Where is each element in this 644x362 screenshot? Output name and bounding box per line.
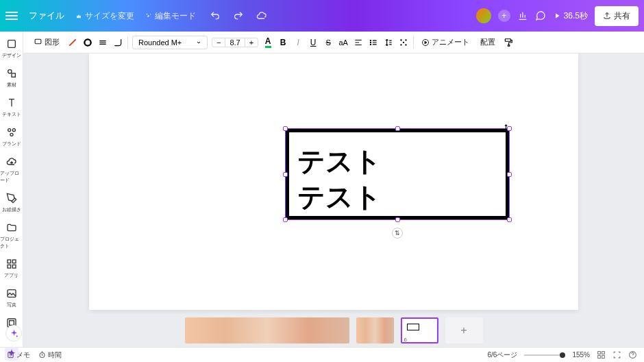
redo-icon[interactable] (233, 10, 244, 21)
sidebar-item-label: アプリ (4, 272, 18, 279)
ai-fab-button[interactable] (5, 325, 22, 341)
share-button[interactable]: 共有 (595, 6, 639, 26)
play-time-label: 36.5秒 (564, 10, 588, 22)
duration-button[interactable]: 時間 (38, 350, 62, 360)
sidebar-item-photos[interactable]: 写真 (6, 288, 17, 309)
border-weight-button[interactable] (82, 37, 93, 48)
svg-point-15 (371, 40, 371, 40)
font-selector[interactable]: Rounded M+ (132, 36, 208, 49)
text-color-button[interactable]: A (262, 37, 273, 48)
thumbnail[interactable] (356, 317, 394, 343)
help-icon[interactable] (628, 350, 637, 359)
border-style-button[interactable] (97, 37, 108, 48)
svg-point-5 (10, 133, 13, 136)
sidebar-item-draw[interactable]: お絵描き (2, 193, 21, 213)
selected-element[interactable]: テスト テスト ⇅ (286, 129, 509, 219)
text-icon (6, 97, 17, 108)
chart-icon[interactable] (517, 10, 528, 21)
corner-button[interactable] (112, 37, 123, 48)
rectangle-shape[interactable]: テスト テスト (286, 129, 509, 219)
case-button[interactable]: aA (338, 37, 349, 48)
svg-rect-2 (12, 73, 15, 77)
italic-button[interactable]: I (293, 37, 304, 48)
svg-point-3 (8, 129, 10, 132)
pen-color-button[interactable] (67, 37, 78, 48)
thumbnail-page-number: 6 (404, 337, 407, 343)
comment-icon[interactable] (535, 10, 546, 21)
text-line: テスト (297, 143, 497, 179)
sidebar-item-brand[interactable]: ブランド (2, 127, 21, 147)
thumbnail-active[interactable]: 6 (401, 317, 438, 343)
sidebar-item-label: ブランド (2, 141, 21, 147)
strike-button[interactable]: S (323, 37, 334, 48)
cloud-icon[interactable] (256, 10, 267, 21)
resize-handle-t[interactable] (395, 126, 400, 131)
workspace: 図形 Rounded M+ − 8.7 + A B I U S aA (23, 32, 644, 347)
shape-label: 図形 (45, 37, 60, 47)
zoom-value[interactable]: 155% (572, 351, 590, 359)
copy-style-button[interactable] (503, 37, 514, 48)
editmode-menu[interactable]: 編集モード (145, 10, 196, 22)
present-button[interactable]: 36.5秒 (553, 10, 588, 22)
topbar-center (196, 10, 476, 21)
list-button[interactable] (368, 37, 379, 48)
design-icon (6, 38, 17, 49)
grid-view-icon[interactable] (597, 350, 606, 359)
resize-handle-l[interactable] (283, 172, 288, 177)
sidebar-item-upload[interactable]: アップロード (0, 156, 23, 184)
resize-handle-bl[interactable] (283, 217, 288, 222)
bottombar-left: メモ 時間 (7, 350, 62, 360)
underline-button[interactable]: U (308, 37, 319, 48)
spacing-button[interactable] (383, 37, 394, 48)
avatar[interactable] (476, 8, 491, 23)
zoom-slider[interactable] (524, 354, 565, 356)
svg-point-20 (401, 44, 401, 45)
shape-text[interactable]: テスト テスト (289, 132, 506, 226)
canvas[interactable]: テスト テスト ⇅ (23, 53, 644, 314)
add-member-button[interactable]: + (498, 10, 510, 22)
size-decrease-button[interactable]: − (212, 38, 225, 47)
menu-icon[interactable] (5, 12, 18, 20)
size-increase-button[interactable]: + (245, 38, 258, 47)
resize-handle-tl[interactable] (283, 126, 288, 131)
sidebar-item-design[interactable]: デザイン (2, 38, 21, 59)
sparkle-icon (399, 38, 408, 47)
textcolor-icon: A (265, 36, 271, 48)
page[interactable]: テスト テスト ⇅ (89, 53, 578, 310)
pen-icon (68, 38, 77, 47)
sidebar-item-elements[interactable]: 素材 (6, 68, 17, 88)
resize-handle-b[interactable] (395, 217, 400, 222)
shape-button[interactable]: 図形 (30, 35, 63, 49)
sidebar-item-apps[interactable]: アプリ (4, 258, 18, 279)
zoom-slider-knob[interactable] (560, 352, 565, 358)
file-menu[interactable]: ファイル (29, 10, 64, 22)
apps-icon (6, 258, 17, 269)
sidebar: デザイン 素材 テキスト ブランド アップロード お絵描き プロジェクト アプリ… (0, 32, 23, 347)
bold-button[interactable]: B (277, 37, 288, 48)
notes-icon (7, 351, 14, 359)
svg-rect-0 (8, 40, 15, 48)
resize-menu[interactable]: サイズを変更 (75, 10, 134, 22)
undo-icon[interactable] (210, 10, 221, 21)
add-page-button[interactable]: + (445, 317, 483, 343)
animate-button[interactable]: アニメート (418, 35, 473, 49)
resize-handle-br[interactable] (507, 217, 512, 222)
position-button[interactable]: 配置 (477, 35, 499, 49)
autogrow-toggle[interactable]: ⇅ (392, 228, 403, 239)
sidebar-item-projects[interactable]: プロジェクト (0, 222, 23, 250)
svg-point-16 (371, 42, 371, 43)
sidebar-item-label: アップロード (0, 170, 23, 184)
align-button[interactable] (353, 37, 364, 48)
thumbnail-strip[interactable] (185, 317, 349, 343)
effects-button[interactable] (398, 37, 409, 48)
context-bar: 図形 Rounded M+ − 8.7 + A B I U S aA (23, 32, 644, 53)
resize-handle-r[interactable] (507, 172, 512, 177)
svg-rect-13 (35, 39, 41, 44)
fullscreen-icon[interactable] (612, 350, 621, 359)
sidebar-item-text[interactable]: テキスト (2, 97, 21, 118)
font-size-stepper: − 8.7 + (212, 38, 258, 47)
notes-button[interactable]: メモ (7, 350, 30, 360)
font-size-value[interactable]: 8.7 (225, 38, 245, 47)
svg-point-19 (406, 39, 406, 40)
page-thumbnails: 6 + (23, 314, 644, 347)
